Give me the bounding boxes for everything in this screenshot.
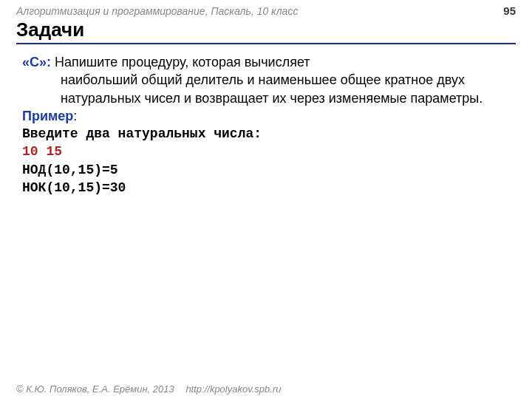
slide: Алгоритмизация и программирование, Паска… (0, 0, 532, 399)
footer-url: http://kpolyakov.spb.ru (185, 383, 281, 395)
task-block: «C»: Напишите процедуру, которая вычисля… (22, 53, 495, 107)
task-marker: «C»: (22, 55, 51, 69)
header: Алгоритмизация и программирование, Паска… (0, 0, 532, 18)
content: «C»: Напишите процедуру, которая вычисля… (0, 47, 532, 399)
example-label-line: Пример: (22, 107, 516, 125)
page-number: 95 (503, 4, 516, 17)
title-area: Задачи (0, 18, 532, 47)
footer: © К.Ю. Поляков, Е.А. Ерёмин, 2013 http:/… (16, 383, 516, 395)
task-text-first: Напишите процедуру, которая вычисляет (51, 55, 310, 69)
course-name: Алгоритмизация и программирование, Паска… (16, 5, 298, 17)
page-title: Задачи (16, 18, 516, 44)
example-output-2: НОК(10,15)=30 (22, 179, 516, 197)
task-text-rest: наибольший общий делитель и наименьшее о… (22, 71, 495, 107)
example-output-1: НОД(10,15)=5 (22, 161, 516, 179)
example-prompt: Введите два натуральных числа: (22, 125, 516, 143)
example-input: 10 15 (22, 143, 516, 160)
example-colon: : (73, 109, 77, 123)
example-label: Пример (22, 109, 73, 123)
footer-copyright: © К.Ю. Поляков, Е.А. Ерёмин, 2013 (16, 383, 174, 395)
